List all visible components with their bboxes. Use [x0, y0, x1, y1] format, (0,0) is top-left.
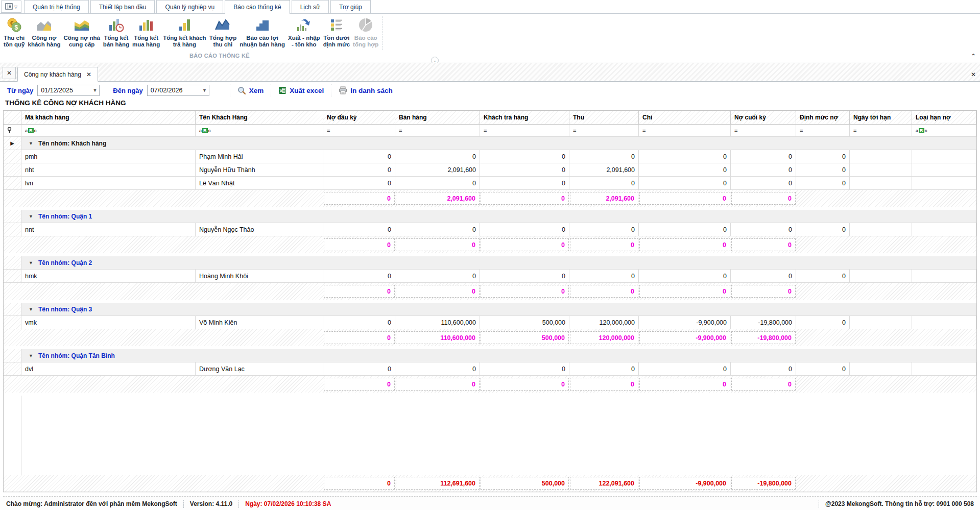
app-menu-button[interactable]: ▽	[1, 1, 21, 13]
filter-cell-1[interactable]: aBc	[21, 125, 196, 137]
close-icon[interactable]: ✕	[86, 71, 91, 78]
close-all-tabs-button[interactable]: ✕	[3, 67, 16, 79]
table-row[interactable]: lvnLê Văn Nhật0000000	[4, 177, 976, 190]
value-cell[interactable]: 0	[731, 163, 796, 177]
value-cell[interactable]: 0	[480, 150, 569, 163]
column-header-1[interactable]: Mã khách hàng	[21, 111, 196, 125]
group-name-cell[interactable]: ▼Tên nhóm: Khách hàng	[21, 137, 976, 150]
column-header-6[interactable]: Thu	[569, 111, 639, 125]
customer-code-cell[interactable]: pmh	[21, 150, 196, 163]
menu-tab-lịch-sử[interactable]: Lịch sử	[292, 0, 329, 13]
value-cell[interactable]: 0	[796, 177, 850, 190]
debt-type-cell[interactable]	[912, 223, 976, 236]
value-cell[interactable]: 0	[323, 362, 395, 376]
customer-name-cell[interactable]: Phạm Minh Hải	[196, 150, 323, 163]
value-cell[interactable]: 0	[639, 362, 731, 376]
filter-cell-6[interactable]: =	[569, 125, 639, 137]
value-cell[interactable]: 0	[480, 163, 569, 177]
customer-name-cell[interactable]: Dương Văn Lạc	[196, 362, 323, 376]
value-cell[interactable]: 0	[639, 177, 731, 190]
value-cell[interactable]: 110,600,000	[395, 316, 480, 329]
value-cell[interactable]: 0	[569, 177, 639, 190]
ribbon-button-bars-clock[interactable]: Tổng kếtbán hàng	[102, 15, 131, 49]
filter-cell-11[interactable]: aBc	[912, 125, 976, 137]
filter-cell-4[interactable]: =	[395, 125, 480, 137]
value-cell[interactable]: 0	[395, 177, 480, 190]
value-cell[interactable]: -19,800,000	[731, 316, 796, 329]
value-cell[interactable]: 0	[731, 362, 796, 376]
table-row[interactable]: dvlDương Văn Lạc0000000	[4, 362, 976, 376]
due-date-cell[interactable]	[850, 163, 912, 177]
column-header-3[interactable]: Nợ đầu kỳ	[323, 111, 395, 125]
value-cell[interactable]: 0	[323, 150, 395, 163]
debt-type-cell[interactable]	[912, 362, 976, 376]
filter-cell-5[interactable]: =	[480, 125, 569, 137]
menu-tab-quản-trị-hệ-thống[interactable]: Quản trị hệ thống	[24, 0, 89, 13]
value-cell[interactable]: 0	[480, 362, 569, 376]
value-cell[interactable]: 0	[569, 270, 639, 283]
value-cell[interactable]: 0	[796, 316, 850, 329]
filter-cell-2[interactable]: aBc	[196, 125, 323, 137]
print-list-button[interactable]: In danh sách	[339, 86, 393, 94]
customer-code-cell[interactable]: nht	[21, 163, 196, 177]
table-row[interactable]: hmkHoàng Minh Khôi0000000	[4, 270, 976, 283]
group-header-row[interactable]: ▶▼Tên nhóm: Khách hàng	[4, 137, 976, 150]
debt-type-cell[interactable]	[912, 177, 976, 190]
due-date-cell[interactable]	[850, 362, 912, 376]
due-date-cell[interactable]	[850, 316, 912, 329]
value-cell[interactable]: 0	[323, 316, 395, 329]
column-header-9[interactable]: Định mức nợ	[796, 111, 850, 125]
tab-cong-no-khach-hang[interactable]: Công nợ khách hàng ✕	[17, 67, 98, 82]
export-excel-button[interactable]: X Xuất excel	[278, 86, 324, 94]
value-cell[interactable]: 0	[480, 223, 569, 236]
group-name-cell[interactable]: ▼Tên nhóm: Quận 3	[21, 303, 976, 316]
group-header-row[interactable]: ▼Tên nhóm: Quận Tân Bình	[4, 349, 976, 362]
filter-cell-3[interactable]: =	[323, 125, 395, 137]
value-cell[interactable]: 0	[323, 270, 395, 283]
column-header-10[interactable]: Ngày tới hạn	[850, 111, 912, 125]
value-cell[interactable]: 0	[796, 362, 850, 376]
due-date-cell[interactable]	[850, 150, 912, 163]
column-header-4[interactable]: Bán hàng	[395, 111, 480, 125]
value-cell[interactable]: 0	[796, 150, 850, 163]
value-cell[interactable]: 0	[731, 223, 796, 236]
chevron-down-icon[interactable]: ▼	[92, 88, 97, 93]
value-cell[interactable]: 0	[639, 270, 731, 283]
customer-code-cell[interactable]: nnt	[21, 223, 196, 236]
value-cell[interactable]: 0	[796, 163, 850, 177]
value-cell[interactable]: 0	[395, 223, 480, 236]
debt-type-cell[interactable]	[912, 163, 976, 177]
ribbon-minimize-icon[interactable]: ⌃	[971, 53, 976, 60]
due-date-cell[interactable]	[850, 177, 912, 190]
ribbon-button-area-gray-yellow[interactable]: Công nợkhách hàng	[27, 15, 62, 49]
value-cell[interactable]: 2,091,600	[569, 163, 639, 177]
value-cell[interactable]: 0	[395, 270, 480, 283]
value-cell[interactable]: 0	[323, 163, 395, 177]
value-cell[interactable]: -9,900,000	[639, 316, 731, 329]
menu-tab-báo-cáo-thống-kê[interactable]: Báo cáo thống kê	[225, 0, 290, 14]
ribbon-button-line-chart[interactable]: Tổng hợpthu chi	[208, 15, 238, 49]
column-header-2[interactable]: Tên Khách Hàng	[196, 111, 323, 125]
table-row[interactable]: vmkVõ Minh Kiên0110,600,000500,000120,00…	[4, 316, 976, 329]
value-cell[interactable]: 0	[731, 177, 796, 190]
value-cell[interactable]: 500,000	[480, 316, 569, 329]
filter-cell-8[interactable]: =	[731, 125, 796, 137]
value-cell[interactable]: 0	[323, 223, 395, 236]
ribbon-button-bars-multi[interactable]: Tổng kếtmua hàng	[131, 15, 161, 49]
value-cell[interactable]: 0	[569, 150, 639, 163]
group-header-row[interactable]: ▼Tên nhóm: Quận 1	[4, 210, 976, 223]
group-name-cell[interactable]: ▼Tên nhóm: Quận 1	[21, 210, 976, 223]
ribbon-button-coins[interactable]: €$Thu chitồn quỹ	[2, 15, 27, 49]
value-cell[interactable]: 0	[639, 150, 731, 163]
value-cell[interactable]: 0	[395, 150, 480, 163]
menu-tab-trợ-giúp[interactable]: Trợ giúp	[330, 0, 371, 13]
value-cell[interactable]: 0	[480, 177, 569, 190]
collapse-triangle-icon[interactable]: ▼	[29, 260, 33, 265]
ribbon-button-area-multi[interactable]: Công nợ nhàcung cấp	[62, 15, 101, 49]
customer-code-cell[interactable]: vmk	[21, 316, 196, 329]
collapse-triangle-icon[interactable]: ▼	[29, 141, 33, 146]
value-cell[interactable]: 0	[639, 223, 731, 236]
menu-tab-quản-lý-nghiệp-vụ[interactable]: Quản lý nghiệp vụ	[156, 0, 223, 13]
customer-name-cell[interactable]: Lê Văn Nhật	[196, 177, 323, 190]
column-header-5[interactable]: Khách trả hàng	[480, 111, 569, 125]
